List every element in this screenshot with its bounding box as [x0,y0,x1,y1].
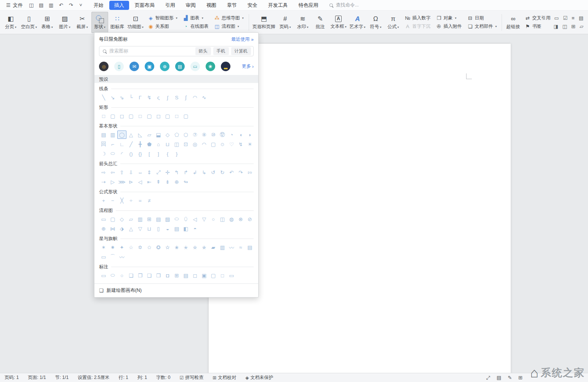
print-icon[interactable]: ▤ [38,2,45,8]
shape-item[interactable]: + [99,196,108,205]
shape-item[interactable]: ◁ [136,178,145,186]
spellcheck-toggle[interactable]: ☑拼写检查 [179,374,203,381]
shape-item[interactable]: ▽ [136,224,145,233]
proofread-toggle[interactable]: ⊞文档校对 [213,374,236,381]
shape-item[interactable]: ↰ [172,168,181,177]
shape-item[interactable]: ✪ [154,243,163,251]
shape-item[interactable]: ▥ [108,131,117,139]
shape-item[interactable]: ⇘ [117,93,126,102]
shape-item[interactable]: □ [136,112,145,120]
shape-item[interactable]: ◻ [117,112,126,120]
date-button[interactable]: ⊟日期 [467,15,497,21]
daily-icon-monitor[interactable]: ▭ [190,62,200,71]
status-item[interactable]: 设置值: 2.5厘米 [78,374,109,381]
shape-item[interactable]: ✩ [145,243,154,251]
shape-item[interactable]: ◻ [190,271,200,280]
form-control-icon[interactable]: ▤ [579,15,583,21]
shape-item[interactable]: ↳ [200,168,209,177]
form-control-icon[interactable]: ◫ [562,24,567,29]
shape-item[interactable]: ↺ [209,168,218,177]
daily-icon-card[interactable]: ▂ [221,62,230,71]
shape-item[interactable]: ⊘ [245,215,254,223]
shape-item[interactable]: ⇔ [136,168,145,177]
shape-item[interactable]: ❒ [154,271,163,280]
shape-item[interactable]: ⬟ [145,140,154,148]
shape-item[interactable]: ▥ [218,243,227,251]
shape-item[interactable]: ▣ [200,271,209,280]
shape-item[interactable]: ╲ [99,93,108,102]
wordart-button[interactable]: A艺术字▾ [348,12,367,33]
shape-item[interactable]: ↲ [190,168,200,177]
shape-item[interactable]: ⊞ [172,271,181,280]
shape-item[interactable]: ≠ [145,196,154,205]
shape-item[interactable]: ❑ [145,271,154,280]
shape-item[interactable]: ⬡ [181,131,190,139]
daily-icon-mail[interactable]: ✉ [129,62,139,71]
online-chart-button[interactable]: ◔在线图表 [183,23,209,30]
shape-item[interactable]: 回 [99,140,108,148]
menu-tab[interactable]: 特色应用 [294,1,323,10]
daily-icon-book[interactable]: ▤ [175,62,185,71]
form-control-icon[interactable]: ⊞ [571,24,575,29]
shape-item[interactable]: ʃ [163,93,172,102]
function-diagram-button[interactable]: ⊡功能图▾ [126,12,145,33]
undo-icon[interactable]: ↶ [58,2,64,8]
shape-item[interactable]: 〰 [117,253,126,261]
shape-item[interactable]: △ [126,131,136,139]
shape-item[interactable]: ✶ [99,243,108,251]
form-control-icon[interactable]: ☑ [563,15,567,21]
shape-item[interactable]: } [172,150,181,158]
shape-item[interactable]: ⬗ [117,224,126,233]
shape-item[interactable]: ⇦ [108,168,117,177]
shape-item[interactable]: ╱ [126,140,136,148]
read-mode-icon[interactable]: ▤ [497,375,501,380]
shape-item[interactable]: ✦ [117,243,126,251]
file-menu-button[interactable]: ☰ 文件 [3,0,26,10]
cross-reference-button[interactable]: ⇄交叉引用 [524,15,550,21]
shape-item[interactable]: ▭ [227,271,236,280]
shape-item[interactable]: ◜ [117,150,126,158]
shape-item[interactable]: ☆ [126,243,136,251]
form-control-icon[interactable]: ◨ [554,24,558,29]
shape-item[interactable]: ▢ [108,112,117,120]
more-icons-link[interactable]: 更多› [242,63,254,70]
shape-item[interactable]: ∫ [181,93,190,102]
attachment-button[interactable]: ✇插入附件 [436,23,462,30]
new-drawing-canvas-button[interactable]: ❏ 新建绘图画布(N) [94,283,258,297]
shape-item[interactable]: ⇧ [117,168,126,177]
shape-item[interactable]: ⬭ [108,150,117,158]
shape-item[interactable]: ] [154,150,163,158]
watermark-button[interactable]: ≋水印▾ [294,12,311,33]
shape-item[interactable]: ☺ [218,140,227,148]
doc-parts-button[interactable]: ❏文档部件▾ [467,23,497,30]
search-tag[interactable]: 手机 [213,47,229,55]
daily-icon-phone[interactable]: ▯ [114,62,124,71]
shape-item[interactable]: ⤢ [154,168,163,177]
shape-item[interactable]: ▥ [136,215,145,223]
shape-item[interactable]: ▭ [99,215,108,223]
shape-item[interactable]: ◫ [172,140,181,148]
shape-item[interactable]: ▢ [145,112,154,120]
shape-item[interactable]: □ [218,271,227,280]
shape-item[interactable]: ▧ [163,215,172,223]
shape-item[interactable]: ⬭ [172,215,181,223]
shape-item[interactable]: ▢ [181,112,190,120]
comment-button[interactable]: ✎批注 [312,12,329,33]
shape-item[interactable]: ▢ [209,140,218,148]
shape-item[interactable]: [ [145,150,154,158]
shape-item[interactable]: ↷ [236,168,245,177]
shape-item[interactable]: ✮ [190,243,200,251]
shape-item[interactable]: ▷ [108,178,117,186]
daily-icon-app[interactable]: ▣ [145,62,154,71]
mindmap-button[interactable]: ⁂思维导图▾ [214,15,244,21]
shape-item[interactable]: ▢ [163,112,172,120]
save-icon[interactable]: ◫ [28,2,35,8]
print-preview-icon[interactable]: ▥ [48,2,54,8]
shape-item[interactable]: ▤ [99,131,108,139]
menu-tab[interactable]: 引用 [160,1,180,10]
shape-item[interactable]: ↬ [181,178,190,186]
shape-item[interactable]: ⑩ [209,131,218,139]
shape-item[interactable]: ⊕ [99,224,108,233]
shape-item[interactable]: ◔ [227,131,236,139]
symbol-button[interactable]: Ω符号▾ [367,12,384,33]
